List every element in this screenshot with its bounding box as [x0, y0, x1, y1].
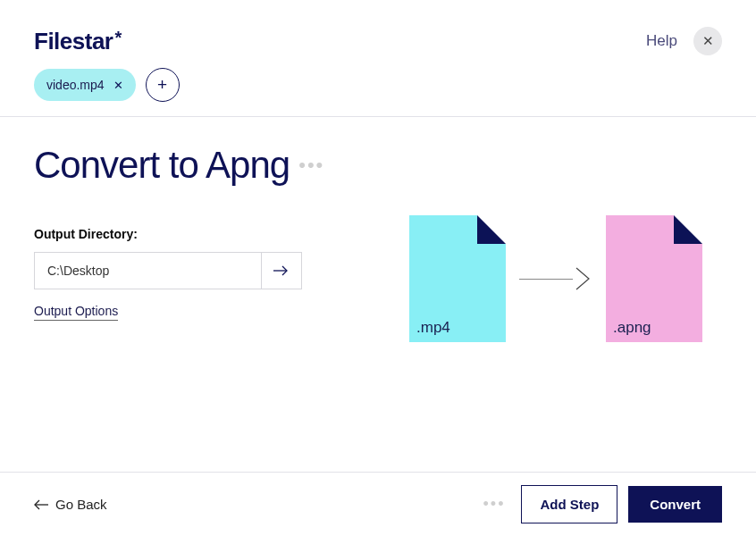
output-options-link[interactable]: Output Options: [34, 304, 118, 321]
file-fold-icon: [674, 215, 702, 244]
arrow-left-icon: [34, 499, 48, 510]
arrow-right-icon: [573, 264, 592, 293]
target-file-icon: .apng: [606, 215, 702, 342]
source-file-ext: .mp4: [416, 319, 450, 337]
add-step-button[interactable]: Add Step: [521, 485, 617, 523]
file-chip-bar: video.mp4 ✕ +: [0, 55, 756, 116]
conversion-arrow: [519, 264, 592, 293]
conversion-visual: .mp4 .apng: [409, 215, 702, 342]
more-icon[interactable]: •••: [483, 495, 506, 514]
go-back-button[interactable]: Go Back: [34, 497, 107, 512]
file-chip[interactable]: video.mp4 ✕: [34, 69, 136, 101]
logo-star: *: [115, 28, 122, 47]
more-icon[interactable]: •••: [298, 154, 324, 177]
close-icon: ✕: [113, 79, 123, 92]
arrow-line-icon: [519, 279, 573, 280]
go-back-label: Go Back: [55, 497, 107, 512]
app-logo: Filestar*: [34, 28, 122, 55]
logo-text: Filestar: [34, 28, 113, 54]
output-directory-label: Output Directory:: [34, 227, 338, 241]
output-directory-input[interactable]: [34, 252, 261, 289]
convert-button[interactable]: Convert: [628, 486, 722, 523]
target-file-ext: .apng: [613, 319, 651, 337]
page-title-text: Convert to Apng: [34, 144, 290, 187]
file-chip-remove-button[interactable]: ✕: [113, 79, 123, 92]
file-fold-icon: [477, 215, 506, 244]
help-link[interactable]: Help: [646, 32, 677, 50]
file-chip-name: video.mp4: [46, 78, 105, 92]
close-button[interactable]: ✕: [693, 27, 722, 55]
add-file-button[interactable]: +: [146, 68, 180, 102]
page-title: Convert to Apng •••: [34, 144, 338, 187]
close-icon: ✕: [702, 33, 714, 49]
output-directory-group: [34, 252, 302, 289]
source-file-icon: .mp4: [409, 215, 506, 342]
arrow-right-icon: [273, 264, 290, 277]
plus-icon: +: [157, 75, 167, 95]
output-directory-browse-button[interactable]: [261, 252, 302, 289]
